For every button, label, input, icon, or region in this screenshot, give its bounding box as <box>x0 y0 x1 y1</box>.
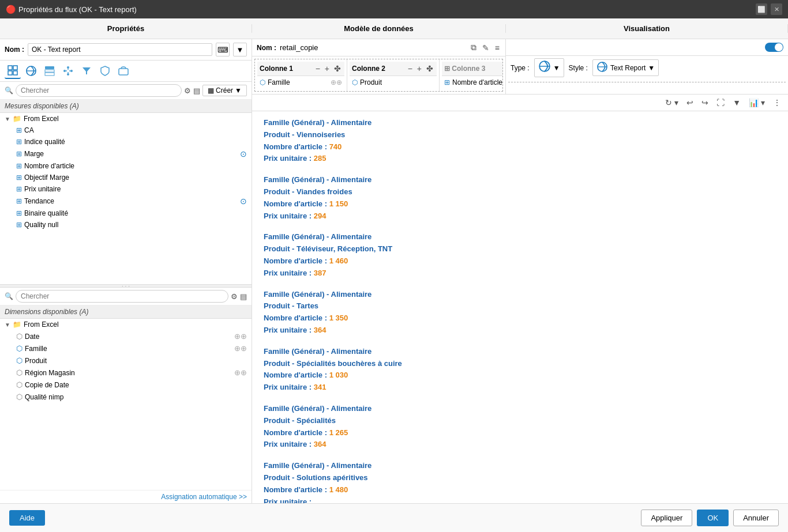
toolbar-filter-icon[interactable] <box>78 63 95 79</box>
dim-item-region[interactable]: ⬡ Région Magasin ⊕⊕ <box>0 367 252 379</box>
measure-item-tendance[interactable]: ⊞ Tendance ⊙ <box>0 195 252 207</box>
dim-item-famille[interactable]: ⬡ Famille ⊕⊕ <box>0 342 252 354</box>
measure-icon: ⊞ <box>16 197 22 205</box>
measure-item-prix[interactable]: ⊞ Prix unitaire <box>0 183 252 195</box>
toolbar-flow-icon[interactable] <box>60 63 76 79</box>
dimensions-filter-btn[interactable]: ⚙ <box>231 292 238 301</box>
date-hierarchy-icon: ⊕⊕ <box>234 332 247 341</box>
preview-entry: Famille (Général) - AlimentaireProduit -… <box>264 117 776 165</box>
toolbar-grid-icon[interactable] <box>5 63 21 79</box>
toolbar-dv-icon[interactable] <box>23 63 39 79</box>
measure-item-indice[interactable]: ⊞ Indice qualité <box>0 136 252 148</box>
type-dropdown[interactable]: ▼ <box>534 58 564 77</box>
dimensions-folder-item[interactable]: ▼ 📁 From Excel <box>0 319 252 330</box>
col1-plus-btn[interactable]: + <box>324 64 331 73</box>
rename-icon-btn[interactable]: ⌨ <box>216 43 230 56</box>
assignation-row[interactable]: Assignation automatique >> <box>0 490 252 503</box>
dropdown-arrow-btn[interactable]: ▼ <box>233 43 247 56</box>
fullscreen-btn[interactable]: ⛶ <box>714 97 727 108</box>
style-dropdown[interactable]: Text Report ▼ <box>592 59 659 76</box>
creer-btn[interactable]: ▦ Créer ▼ <box>202 85 247 96</box>
mid-right-panels: Nom : retail_copie ⧉ ✎ ≡ Colonne 1 <box>252 39 788 503</box>
svg-rect-0 <box>8 66 12 70</box>
preview-entry: Famille (Général) - AlimentaireProduit -… <box>264 460 776 503</box>
nom-edit-btn[interactable]: ✎ <box>481 43 490 52</box>
dim-item-copie-date[interactable]: ⬡ Copie de Date <box>0 379 252 391</box>
dim-item-qualite-nimp[interactable]: ⬡ Qualité nimp <box>0 391 252 403</box>
close-button[interactable]: ✕ <box>771 3 782 15</box>
dim-item-date[interactable]: ⬡ Date ⊕⊕ <box>0 330 252 342</box>
measure-icon: ⊞ <box>16 126 22 134</box>
col2-minus-btn[interactable]: − <box>407 64 414 73</box>
svg-rect-6 <box>45 73 54 76</box>
measure-item-quality-null[interactable]: ⊞ Quality null <box>0 219 252 231</box>
panel-headers: Propriétés Modèle de données Visualisati… <box>0 18 788 39</box>
name-row: Nom : ⌨ ▼ <box>0 39 252 61</box>
svg-point-9 <box>67 73 69 76</box>
measure-item-marge[interactable]: ⊞ Marge ⊙ <box>0 148 252 160</box>
preview-line: Famille (Général) - Alimentaire <box>264 289 776 301</box>
aide-button[interactable]: Aide <box>9 510 45 526</box>
svg-rect-4 <box>45 66 54 69</box>
dimensions-section-header: Dimensions disponibles (A) <box>0 305 252 319</box>
name-input[interactable] <box>28 43 212 56</box>
col2-settings-btn[interactable]: ✤ <box>425 64 434 73</box>
content-area: Nom : ⌨ ▼ <box>0 39 788 503</box>
chart-btn[interactable]: 📊 ▾ <box>746 97 767 108</box>
famille-hierarchy-icon: ⊕⊕ <box>234 344 247 353</box>
col1-minus-btn[interactable]: − <box>314 64 321 73</box>
measure-icon: ⊞ <box>16 138 22 146</box>
measure-item-objectif[interactable]: ⊞ Objectif Marge <box>0 172 252 183</box>
column-3-header: ⊞ Colonne 3 − + <box>442 62 503 76</box>
region-hierarchy-icon: ⊕⊕ <box>234 368 247 377</box>
filter-btn[interactable]: ▼ <box>730 97 743 108</box>
ok-button[interactable]: OK <box>697 510 729 526</box>
measure-item-ca[interactable]: ⊞ CA <box>0 124 252 136</box>
nom-copy-btn[interactable]: ⧉ <box>470 43 478 52</box>
measure-item-binaire[interactable]: ⊞ Binaire qualité <box>0 207 252 219</box>
redo-btn[interactable]: ↪ <box>699 97 711 108</box>
maximize-button[interactable]: ⬜ <box>756 3 767 15</box>
window-title: Propriétés du flux (OK - Text report) <box>18 5 137 14</box>
col3-label: ⊞ Colonne 3 <box>444 65 503 73</box>
col1-settings-btn[interactable]: ✤ <box>333 64 342 73</box>
toggle-switch[interactable] <box>765 43 783 52</box>
measure-item-nombre[interactable]: ⊞ Nombre d'article <box>0 160 252 172</box>
more-btn[interactable]: ⋮ <box>771 97 783 108</box>
toolbar-shield-icon[interactable] <box>97 63 113 79</box>
col2-plus-btn[interactable]: + <box>416 64 423 73</box>
toolbar-table-icon[interactable] <box>42 63 58 79</box>
type-label: Type : <box>511 64 530 72</box>
svg-rect-5 <box>45 70 54 72</box>
svg-rect-1 <box>13 66 17 70</box>
folder-icon: 📁 <box>13 115 21 123</box>
preview-line: Prix unitaire : 341 <box>264 382 776 394</box>
col1-hierarchy-icon[interactable]: ⊕⊕ <box>331 78 342 86</box>
refresh-btn[interactable]: ↻ ▾ <box>663 97 681 108</box>
dim-item-produit[interactable]: ⬡ Produit <box>0 354 252 367</box>
preview-entry: Famille (Général) - AlimentaireProduit -… <box>264 231 776 279</box>
annuler-button[interactable]: Annuler <box>733 510 779 526</box>
measures-filter-btn[interactable]: ⚙ <box>184 86 191 95</box>
dimensions-collapse-btn[interactable]: ▤ <box>240 292 247 301</box>
preview-line: Prix unitaire : 364 <box>264 325 776 337</box>
preview-line: Famille (Général) - Alimentaire <box>264 174 776 186</box>
svg-rect-16 <box>119 69 128 75</box>
dim-copie-icon: ⬡ <box>16 380 22 389</box>
panel-header-proprietes: Propriétés <box>0 24 252 33</box>
measures-search-input[interactable] <box>16 84 182 97</box>
measures-collapse-btn[interactable]: ▤ <box>193 86 200 95</box>
nom-menu-btn[interactable]: ≡ <box>494 43 501 52</box>
appliquer-button[interactable]: Appliquer <box>641 510 692 526</box>
undo-btn[interactable]: ↩ <box>684 97 696 108</box>
preview-line: Prix unitaire : 285 <box>264 153 776 165</box>
toolbar-bag-icon[interactable] <box>115 63 132 79</box>
mid-name-row: Nom : retail_copie ⧉ ✎ ≡ <box>252 39 505 56</box>
folder-collapse-icon: ▼ <box>5 322 10 328</box>
dim-date-icon: ⬡ <box>16 332 22 341</box>
dim-famille-icon: ⬡ <box>16 344 22 353</box>
preview-line: Prix unitaire : 294 <box>264 210 776 222</box>
dimensions-search-input[interactable] <box>16 290 228 303</box>
preview-line: Nombre d'article : 1 350 <box>264 312 776 325</box>
measures-folder-item[interactable]: ▼ 📁 From Excel <box>0 113 252 124</box>
